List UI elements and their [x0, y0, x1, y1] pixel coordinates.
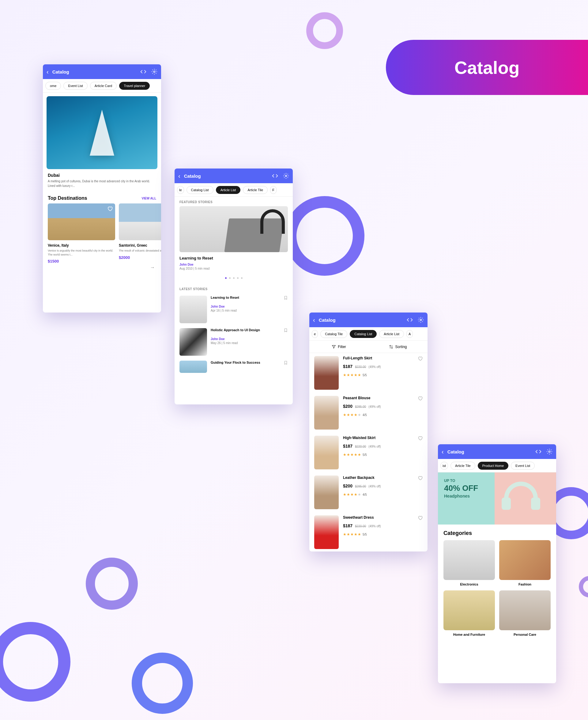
story-author[interactable]: John Doe [211, 337, 280, 341]
product-price: $187 [343, 444, 353, 449]
header-title: Catalog [184, 173, 272, 179]
phone-articles: ‹ Catalog le Catalog List Article List A… [174, 168, 293, 405]
destination-card[interactable]: Santorini, Greec The result of volcanic … [119, 203, 161, 264]
code-icon[interactable] [140, 69, 146, 75]
star-rating-icon: ★★★★★ [343, 532, 361, 536]
destination-card[interactable]: Venice, Italy Venice is arguably the mos… [48, 203, 115, 264]
story-title: Learning to Reset [211, 296, 280, 299]
tab-event-list[interactable]: Event List [63, 82, 87, 90]
promo-banner[interactable]: UP TO 40% OFF Headphones [438, 472, 556, 524]
heart-icon[interactable] [418, 436, 423, 440]
product-rating: 5/5 [363, 533, 367, 536]
hero-image[interactable] [46, 96, 158, 169]
back-icon[interactable]: ‹ [442, 448, 444, 455]
headphones-icon [504, 481, 538, 515]
category-image [499, 540, 551, 580]
tab-product-home[interactable]: Product Home [478, 462, 508, 470]
product-row[interactable]: Leather Backpack $200 $285.00 (49% off) … [309, 472, 427, 512]
tab-partial[interactable]: le [177, 186, 184, 194]
product-row[interactable]: Peasant Blouse $200 $285.00 (49% off) ★★… [309, 393, 427, 433]
tab-article-list[interactable]: Article List [379, 330, 404, 338]
destination-price: $1500 [48, 259, 115, 264]
tab-catalog-list[interactable]: Catalog List [187, 186, 213, 194]
story-meta: Apr 16 | 5 min read [211, 309, 280, 312]
heart-icon[interactable] [107, 206, 113, 211]
tab-travel-planner[interactable]: Travel planner [119, 82, 150, 90]
category-card[interactable]: Personal Care [499, 590, 551, 636]
tab-catalog-tile[interactable]: Catalog Tile [320, 330, 347, 338]
bookmark-icon[interactable] [284, 328, 288, 332]
header-title: Catalog [52, 69, 140, 75]
featured-author[interactable]: John Doe [180, 263, 288, 266]
product-image [314, 396, 339, 430]
tab-article-tile[interactable]: Article Tile [243, 186, 268, 194]
back-icon[interactable]: ‹ [313, 316, 315, 324]
tab-article-tile[interactable]: Article Tile [450, 462, 475, 470]
story-item[interactable]: Learning to Reset John Doe Apr 16 | 5 mi… [174, 293, 293, 326]
category-label: Home and Furniture [443, 633, 495, 636]
destination-desc: The result of volcanic devastated ancien… [119, 249, 161, 253]
code-icon[interactable] [272, 173, 278, 179]
tab-article-list[interactable]: Article List [216, 186, 241, 194]
gear-icon[interactable] [418, 317, 424, 323]
story-item[interactable]: Holistic Approach to UI Design John Doe … [174, 326, 293, 358]
product-original-price: $220.00 [355, 524, 366, 528]
gear-icon[interactable] [283, 173, 289, 179]
product-original-price: $220.00 [355, 445, 366, 448]
code-icon[interactable] [535, 449, 542, 455]
tab-partial[interactable]: e [312, 330, 318, 338]
banner-title: Catalog [455, 57, 520, 78]
product-row[interactable]: High-Waisted Skirt $187 $220.00 (49% off… [309, 433, 427, 472]
decor-ring [579, 576, 588, 597]
story-author[interactable]: John Doe [211, 305, 280, 308]
back-icon[interactable]: ‹ [46, 68, 49, 75]
product-row[interactable]: Full-Length Skirt $187 $220.00 (49% off)… [309, 353, 427, 393]
next-arrow-icon[interactable]: → [43, 264, 161, 271]
bookmark-icon[interactable] [284, 361, 288, 365]
product-price: $200 [343, 404, 353, 409]
code-icon[interactable] [407, 317, 413, 323]
tab-article-card[interactable]: Article Card [90, 82, 117, 90]
sort-button[interactable]: Sorting [369, 341, 427, 353]
bookmark-icon[interactable] [284, 296, 288, 300]
featured-label: FEATURED STORIES [174, 197, 293, 206]
category-card[interactable]: Fashion [499, 540, 551, 586]
category-card[interactable]: Home and Furniture [443, 590, 495, 636]
heart-icon[interactable] [418, 515, 423, 520]
app-header: ‹ Catalog [438, 444, 556, 459]
story-item[interactable]: Guiding Your Flock to Success [174, 358, 293, 375]
product-price: $187 [343, 364, 353, 369]
heart-icon[interactable] [418, 396, 423, 401]
product-rating: 4/5 [363, 413, 367, 417]
app-header: ‹ Catalog [174, 168, 293, 183]
tab-partial[interactable]: F [270, 186, 276, 194]
gear-icon[interactable] [151, 69, 158, 75]
view-all-link[interactable]: VIEW ALL [142, 197, 156, 200]
story-thumbnail [180, 361, 207, 373]
featured-image[interactable] [180, 206, 288, 252]
category-image [443, 590, 495, 630]
header-title: Catalog [319, 317, 407, 323]
destination-image [119, 203, 161, 240]
heart-icon[interactable] [418, 356, 423, 361]
star-rating-icon: ★★★★★ [343, 373, 361, 377]
gear-icon[interactable] [546, 449, 552, 455]
carousel-dots[interactable] [174, 271, 293, 284]
tab-partial[interactable]: A [406, 330, 413, 338]
filter-button[interactable]: Filter [309, 341, 369, 353]
tab-event-list[interactable]: Event List [511, 462, 535, 470]
product-discount: (49% off) [369, 524, 381, 528]
tabs-bar: le Catalog List Article List Article Til… [174, 183, 293, 197]
tab-partial[interactable]: ist [440, 462, 448, 470]
product-rating: 5/5 [363, 453, 367, 456]
product-row[interactable]: Sweetheart Dress $187 $220.00 (49% off) … [309, 512, 427, 552]
svg-point-1 [286, 175, 287, 177]
product-price: $187 [343, 523, 353, 528]
category-card[interactable]: Electronics [443, 540, 495, 586]
tab-catalog-list[interactable]: Catalog List [350, 330, 377, 338]
category-image [443, 540, 495, 580]
back-icon[interactable]: ‹ [178, 172, 181, 180]
tab-home[interactable]: ome [45, 82, 61, 90]
destination-desc: Venice is arguably the most beautiful ci… [48, 249, 115, 256]
heart-icon[interactable] [418, 475, 423, 480]
